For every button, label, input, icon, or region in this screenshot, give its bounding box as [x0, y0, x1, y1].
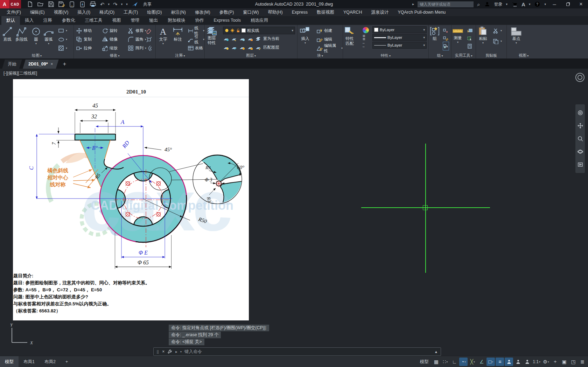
tab-start[interactable]: 开始	[2, 60, 22, 69]
panel-label-clipboard[interactable]: 剪贴板	[476, 53, 506, 58]
plot-icon[interactable]	[90, 1, 97, 7]
workspace-gear-button[interactable]: ⚙▾	[542, 358, 550, 366]
menu-item[interactable]: YQARCH	[339, 8, 366, 16]
recent-commands-caret[interactable]: ▾	[180, 350, 182, 353]
tab-drawing[interactable]: 2D01_09* ×	[23, 60, 59, 69]
autodesk-apps-icon[interactable]: A	[522, 2, 525, 7]
menu-item[interactable]: 源泉设计	[366, 8, 393, 16]
snap-toggle[interactable]: ∷▾	[441, 358, 449, 366]
layout-tab-1[interactable]: 布局1	[19, 356, 40, 367]
menu-item[interactable]: 视图(V)	[49, 8, 73, 16]
open-file-icon[interactable]	[37, 1, 44, 7]
hatch-button[interactable]	[58, 44, 67, 53]
offset-button[interactable]	[146, 44, 152, 53]
layout-tab-model[interactable]: 模型	[0, 356, 19, 367]
panel-label-draw[interactable]: 绘图	[0, 53, 74, 58]
apps-dropdown-icon[interactable]: ▾	[529, 3, 531, 6]
isodraft-toggle[interactable]: ╳▾	[468, 358, 477, 366]
customization-menu-button[interactable]: ≣	[578, 358, 587, 366]
ellipse-button[interactable]	[58, 35, 67, 44]
command-close-icon[interactable]: ×	[162, 349, 164, 354]
text-button[interactable]: A 文字	[158, 26, 168, 45]
dimension-button[interactable]: 标注	[173, 26, 183, 42]
insert-block-button[interactable]: 插入	[300, 26, 311, 44]
calculator-icon[interactable]	[467, 42, 472, 50]
command-input[interactable]: 键入命令	[184, 349, 202, 355]
ribbon-tab[interactable]: 注释	[38, 16, 57, 25]
help-dropdown-icon[interactable]: ▾	[544, 3, 546, 6]
panel-label-properties[interactable]: 特性	[343, 53, 428, 58]
menu-item[interactable]: 帮助(H)	[263, 8, 287, 16]
ribbon-tab[interactable]: 视图	[107, 16, 126, 25]
search-expand-icon[interactable]: ▸	[412, 2, 414, 6]
signin-dropdown-icon[interactable]: ▾	[506, 3, 508, 6]
qat-customize-icon[interactable]: ▾	[126, 3, 128, 6]
layer-unlock2-icon[interactable]	[247, 45, 253, 50]
make-current-icon[interactable]	[255, 36, 261, 41]
scale-button[interactable]: 缩放	[102, 44, 127, 53]
menu-item[interactable]: 窗口(W)	[238, 8, 263, 16]
menu-item[interactable]: YQArch Pull-down Menu	[393, 8, 450, 16]
panel-label-layers[interactable]: 图层	[205, 53, 297, 58]
command-history-expand-icon[interactable]: ▲	[434, 350, 438, 354]
rectangle-button[interactable]	[58, 26, 67, 35]
menu-item[interactable]: 格式(O)	[95, 8, 119, 16]
object-color-dropdown[interactable]: ByLayer▾	[372, 26, 427, 33]
full-nav-wheel-icon[interactable]	[578, 110, 583, 116]
share-label[interactable]: 共享	[143, 1, 152, 7]
ribbon-tab[interactable]: 附加模块	[163, 16, 190, 25]
ribbon-tab[interactable]: 参数化	[57, 16, 80, 25]
layer-dropdown-caret[interactable]: ▾	[292, 29, 293, 32]
command-customize-wrench-icon[interactable]	[167, 349, 173, 354]
panel-label-annotate[interactable]: 注释	[156, 53, 204, 58]
match-properties-button[interactable]: 特性匹配	[344, 26, 355, 46]
circle-button[interactable]: 圆	[31, 26, 41, 45]
lineweight-dropdown[interactable]: ByLayer▾	[372, 34, 427, 41]
leader-button[interactable]: 引线	[188, 35, 204, 44]
layer-freeze-icon[interactable]	[239, 36, 245, 41]
menu-item[interactable]: 标注(N)	[167, 8, 190, 16]
app-logo[interactable]: A CAD	[0, 0, 21, 8]
tab-close-icon[interactable]: ×	[51, 60, 53, 69]
menu-item[interactable]: 插入(I)	[73, 8, 95, 16]
ribbon-tab[interactable]: 插入	[20, 16, 38, 25]
minimize-button[interactable]: ─	[550, 0, 559, 8]
panel-label-groups[interactable]: 组	[429, 53, 451, 58]
showmotion-icon[interactable]	[578, 162, 583, 167]
annotation-visibility-toggle[interactable]	[514, 358, 522, 366]
measure-button[interactable]: 测量	[452, 26, 463, 44]
ortho-toggle[interactable]: ∟	[450, 358, 458, 366]
match-layer-icon[interactable]	[255, 45, 261, 50]
save-to-mobile-icon[interactable]	[79, 1, 86, 7]
open-from-mobile-icon[interactable]	[69, 1, 76, 7]
app-store-cart-icon[interactable]	[511, 1, 518, 7]
redo-dropdown-icon[interactable]: ▾	[121, 3, 123, 6]
save-as-icon[interactable]	[58, 1, 65, 7]
object-snap-tracking-toggle[interactable]: ∠	[477, 358, 486, 366]
menu-item[interactable]: 编辑(E)	[26, 8, 49, 16]
menu-item[interactable]: 修改(M)	[190, 8, 215, 16]
ribbon-tab[interactable]: 默认	[1, 16, 20, 25]
layer-properties-button[interactable]: 图层特性	[206, 26, 217, 45]
layout-tab-2[interactable]: 布局2	[40, 356, 61, 367]
menu-item[interactable]: 文件(F)	[2, 8, 26, 16]
explode-button[interactable]	[146, 35, 152, 44]
undo-dropdown-icon[interactable]: ▾	[108, 3, 110, 6]
new-drawing-tab-button[interactable]: +	[59, 60, 70, 69]
redo-icon[interactable]: ↷	[113, 2, 118, 7]
arc-button[interactable]: 圆弧	[43, 26, 54, 45]
rotate-button[interactable]: 旋转	[102, 26, 127, 35]
copy-clip-icon[interactable]	[493, 37, 502, 46]
restore-button[interactable]	[563, 0, 573, 8]
erase-button[interactable]	[146, 26, 152, 35]
pan-icon[interactable]	[578, 123, 583, 129]
layer-dropdown[interactable]: 粗实线 ▾	[223, 27, 295, 34]
help-search-input[interactable]: 键入关键字或短语	[418, 1, 474, 7]
layer-off-icon[interactable]	[223, 36, 229, 41]
panel-label-utilities[interactable]: 实用工具	[451, 53, 476, 58]
group-button[interactable]: 组	[429, 26, 440, 41]
linear-dim-button[interactable]: 线性	[188, 26, 204, 35]
ribbon-tab[interactable]: 精选应用	[246, 16, 273, 25]
menu-item[interactable]: 绘图(D)	[142, 8, 166, 16]
layer-thaw2-icon[interactable]	[239, 45, 245, 50]
